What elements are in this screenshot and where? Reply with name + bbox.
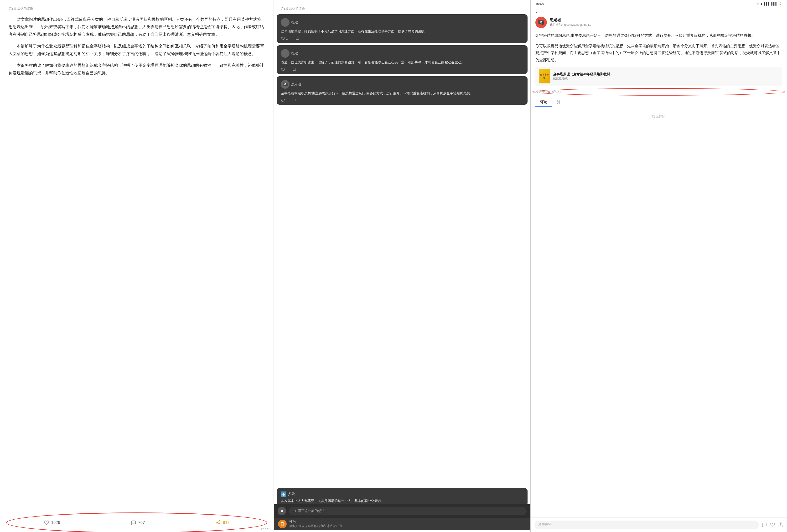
article-text-2: 你可以很容易地使受众理解用金字塔结构组织的思想：先从金字塔的最顶端开始，沿各个分…: [535, 42, 782, 64]
share-button-p3[interactable]: [778, 522, 783, 528]
card-text-0: 这句话很关键，给我指明了不光只是学习沟通方面，还有在生活处理琐事方面，提供了思考…: [281, 29, 523, 34]
share-count: 813: [223, 520, 229, 525]
card-text-1: 表述一些让大家听进去，理解了，记住的东西很难，看一看是否能够让受众心头一震，引起…: [281, 60, 523, 65]
like-count-c0: 1: [286, 37, 288, 40]
svg-line-4: [217, 522, 219, 523]
avatar-2: 🏴‍☠️: [281, 80, 290, 89]
card-like-0[interactable]: 1: [281, 37, 288, 41]
heart-icon-c2: [281, 98, 285, 102]
article-content-p1: 对文章阐述的思想作出疑问/回答式反应是人类的一种自然反应，没有国籍和民族的区别。…: [8, 16, 265, 509]
share-action[interactable]: 813: [210, 518, 235, 528]
book-info: 金字塔原理（麦肯锡40年经典培训教材） 芭芭拉·明托: [553, 72, 614, 81]
partial-text: 其实基本上人人都需要，尤其是职场的每一个人。基本的职业化素养。: [281, 498, 523, 503]
svg-point-2: [219, 524, 220, 525]
card-header-1: 征途: [281, 49, 523, 58]
date-row: 发表于 2018/3/31: [535, 90, 782, 94]
tab-likes[interactable]: 赞: [552, 98, 565, 107]
share-icon: [216, 520, 221, 525]
partial-username: 龚毅: [288, 492, 295, 496]
back-button[interactable]: ‹: [531, 7, 787, 17]
card-like-2[interactable]: [281, 98, 285, 102]
tab-comments[interactable]: 评论: [535, 98, 552, 107]
like-action[interactable]: 1626: [38, 518, 66, 528]
panel-1: 第1篇 表达的逻辑 对文章阐述的思想作出疑问/回答式反应是人类的一种自然反应，没…: [0, 0, 274, 532]
username-0: 征途: [292, 20, 298, 25]
comment-card-1[interactable]: 征途 表述一些让大家听进去，理解了，记住的东西很难，看一看是否能够让受众心头一震…: [277, 45, 527, 74]
comment-card-0[interactable]: 征途 这句话很关键，给我指明了不光只是学习沟通方面，还有在生活处理琐事方面，提供…: [277, 14, 527, 43]
partial-avatar: 🏔️: [281, 491, 286, 497]
book-title: 金字塔原理（麦肯锡40年经典培训教材）: [553, 72, 614, 76]
author-row: 🏴‍☠️ 思考者 我的博客:https://sykent.github.io/: [535, 17, 782, 28]
last-avatar: 🍺: [278, 519, 286, 528]
card-comment-0[interactable]: [296, 37, 299, 41]
share-icon-p3: [778, 522, 783, 528]
comment-icon: [131, 520, 136, 525]
author-name: 思考者: [550, 18, 591, 23]
book-cover-text: 金字塔原理: [539, 73, 550, 80]
heart-icon: [44, 520, 49, 525]
breadcrumb-p1: 第1篇 表达的逻辑: [8, 7, 265, 11]
avatar-0: [281, 18, 290, 27]
book-cover: 金字塔原理: [539, 69, 550, 84]
battery-icon: ●: [757, 2, 759, 5]
like-button-p3[interactable]: [770, 522, 775, 528]
svg-line-3: [217, 523, 219, 524]
comment-card-2[interactable]: 🏴‍☠️ 思考者 金字塔结构组织思想:由主要思想开始→下层思想通过疑问/回答的方…: [277, 76, 527, 105]
username-1: 征途: [292, 51, 298, 56]
article-body-p3: 🏴‍☠️ 思考者 我的博客:https://sykent.github.io/ …: [531, 17, 787, 517]
paragraph-3: 本篇将帮助你了解如何将要表达的思想组织成金字塔结构，说明了使用金字塔原理能够检查…: [8, 62, 265, 77]
card-header-2: 🏴‍☠️ 思考者: [281, 80, 523, 89]
article-text-1: 金字塔结构组织思想:由主要思想开始→下层思想通过疑问/回答的方式，进行展开。→如…: [535, 32, 782, 39]
comment-input-field[interactable]: 发表评论...: [534, 520, 759, 529]
tabs-row: 评论 赞: [535, 98, 782, 107]
signal-icon: ▌▌▌: [764, 2, 770, 5]
bottom-action-bar-p1: 1626 767 813: [8, 513, 265, 532]
heart-icon-c0: [281, 37, 285, 41]
comment-icon-c1: [292, 68, 296, 71]
author-avatar: 🏴‍☠️: [535, 17, 547, 28]
chat-icon: [292, 509, 296, 513]
card-comment-2[interactable]: [292, 98, 296, 102]
partial-header: 🏔️ 龚毅: [281, 491, 523, 497]
last-card-info: 可乐 很多人难以提高写作能力和进话能力的: [289, 519, 342, 528]
no-comment-text: 暂无评论: [535, 110, 782, 124]
breadcrumb-p2: 第1篇 表达的逻辑: [280, 7, 524, 11]
svg-point-0: [219, 520, 220, 522]
panel-3: 10:48 ● ▲ ▌▌▌ ▌▌▌ 🔋 ‹ 🏴‍☠️ 思考者 我的博客:http…: [531, 0, 787, 532]
book-card[interactable]: 金字塔原理 金字塔原理（麦肯锡40年经典培训教材） 芭芭拉·明托: [535, 67, 782, 86]
comment-count: 767: [138, 520, 145, 525]
last-card-fragment: 🍺 可乐 很多人难以提高写作能力和进话能力的: [274, 517, 530, 530]
heart-icon-c1: [281, 68, 285, 71]
book-author: 芭芭拉·明托: [553, 76, 614, 81]
comment-icon-c2: [292, 98, 296, 102]
paragraph-1: 对文章阐述的思想作出疑问/回答式反应是人类的一种自然反应，没有国籍和民族的区别。…: [8, 16, 265, 38]
status-icons: ● ▲ ▌▌▌ ▌▌▌ 🔋: [757, 2, 782, 5]
comment-input-bar-p2: ✕ 写下这一刻的想法...: [274, 504, 530, 518]
date-text: 发表于 2018/3/31: [535, 90, 561, 94]
input-placeholder-p2: 写下这一刻的想法...: [298, 509, 327, 513]
page-number: 17 / 414: [260, 528, 272, 531]
card-actions-1: [281, 68, 523, 71]
comment-action[interactable]: 767: [125, 518, 150, 528]
close-button[interactable]: ✕: [278, 507, 286, 515]
svg-point-1: [216, 522, 218, 524]
comment-submit-icon[interactable]: [762, 522, 767, 528]
last-text: 很多人难以提高写作能力和进话能力的: [289, 524, 342, 528]
signal-icon2: ▌▌▌: [771, 2, 778, 5]
time: 10:48: [535, 2, 544, 6]
card-like-1[interactable]: [281, 68, 285, 71]
send-icon: [762, 522, 767, 528]
panel-2: 第1篇 表达的逻辑 对文章阐述的思想作出疑问/回答式反应是人类的一种自然反应，没…: [274, 0, 530, 532]
last-username: 可乐: [289, 519, 342, 524]
comment-input-p2[interactable]: 写下这一刻的想法...: [289, 507, 526, 515]
card-text-2: 金字塔结构组织思想:由主要思想开始→下层思想通过疑问/回答的方式，进行展开。→如…: [281, 91, 523, 96]
comment-icon-c0: [296, 37, 299, 41]
card-comment-1[interactable]: [292, 68, 296, 71]
card-header-0: 征途: [281, 18, 523, 27]
comment-cards-overlay: 征途 这句话很关键，给我指明了不光只是学习沟通方面，还有在生活处理琐事方面，提供…: [274, 14, 530, 105]
partial-comment-card: 🏔️ 龚毅 其实基本上人人都需要，尤其是职场的每一个人。基本的职业化素养。: [277, 488, 527, 506]
wifi-icon: ▲: [760, 2, 763, 5]
card-actions-2: [281, 98, 523, 102]
heart-icon-p3: [770, 522, 775, 528]
date-oval-annotation: [532, 88, 786, 95]
